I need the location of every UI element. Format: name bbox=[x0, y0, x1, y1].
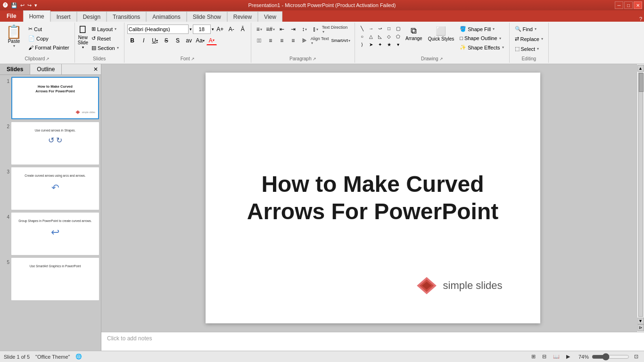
font-expand[interactable]: ↗ bbox=[191, 57, 195, 61]
align-left-button[interactable]: ⬤⃝ bbox=[254, 36, 264, 45]
shape-rt-triangle[interactable]: ◺ bbox=[376, 33, 384, 40]
redo-button[interactable]: ↪ bbox=[26, 2, 33, 8]
bold-button[interactable]: B bbox=[127, 36, 138, 45]
slide-thumb-5[interactable]: 5 Use SmartArt Graphics in PowerPoint bbox=[2, 258, 99, 300]
tab-slideshow[interactable]: Slide Show bbox=[187, 11, 227, 22]
align-text-button[interactable]: Align Text bbox=[311, 36, 329, 41]
save-button[interactable]: 💾 bbox=[10, 2, 18, 8]
format-painter-button[interactable]: 🖌 Format Painter bbox=[26, 43, 72, 52]
reset-button[interactable]: ↺ Reset bbox=[89, 34, 121, 43]
shape-connector[interactable]: ⤻ bbox=[376, 25, 384, 32]
case-button[interactable]: Aa▾ bbox=[195, 36, 206, 45]
new-slide-dropdown[interactable]: ▾ bbox=[82, 45, 84, 49]
scroll-down-button[interactable]: ▼ bbox=[637, 318, 644, 324]
slide-thumb-4[interactable]: 4 Group Shapes in PowerPoint to create c… bbox=[2, 213, 99, 255]
slide-preview-3[interactable]: Create curved arrows using arcs and arro… bbox=[11, 167, 99, 210]
tab-slides[interactable]: Slides bbox=[0, 64, 30, 74]
paste-dropdown[interactable]: ▾ bbox=[13, 44, 15, 48]
slide-thumb-3[interactable]: 3 Create curved arrows using arcs and ar… bbox=[2, 167, 99, 210]
slide-preview-5[interactable]: Use SmartArt Graphics in PowerPoint bbox=[11, 258, 99, 300]
panel-close-button[interactable]: ✕ bbox=[91, 64, 101, 74]
underline-button[interactable]: U▾ bbox=[150, 36, 160, 45]
normal-view-button[interactable]: ⊞ bbox=[529, 353, 537, 361]
shape-diamond[interactable]: ◇ bbox=[385, 33, 393, 40]
reading-view-button[interactable]: 📖 bbox=[551, 353, 561, 361]
tab-outline[interactable]: Outline bbox=[30, 64, 62, 74]
customize-button[interactable]: ▾ bbox=[33, 2, 38, 8]
shape-rect[interactable]: □ bbox=[385, 25, 393, 32]
strikethrough-button[interactable]: S bbox=[161, 36, 172, 45]
justify-button[interactable]: ≡ bbox=[288, 36, 298, 45]
shape-star5[interactable]: ★ bbox=[385, 41, 393, 48]
layout-dropdown[interactable]: ▾ bbox=[115, 27, 116, 31]
font-grow-button[interactable]: A+ bbox=[215, 25, 225, 34]
layout-button[interactable]: ⊞ Layout ▾ bbox=[89, 25, 121, 33]
tab-insert[interactable]: Insert bbox=[50, 11, 77, 22]
tab-view[interactable]: View bbox=[258, 11, 282, 22]
shape-arrow-line[interactable]: → bbox=[367, 25, 375, 32]
drawing-expand[interactable]: ↗ bbox=[439, 57, 443, 61]
font-size-dropdown[interactable]: ▾ bbox=[212, 27, 214, 32]
line-spacing-button[interactable]: ↕▾ bbox=[299, 25, 310, 34]
italic-button[interactable]: I bbox=[139, 36, 149, 45]
scroll-up-button[interactable]: ▲ bbox=[637, 65, 644, 72]
shape-triangle[interactable]: △ bbox=[367, 33, 375, 40]
tab-file[interactable]: File bbox=[0, 10, 23, 22]
notes-area[interactable]: Click to add notes bbox=[101, 332, 644, 351]
slide-thumb-1[interactable]: 1 How to Make CurvedArrows For PowerPoin… bbox=[2, 77, 99, 119]
slide-thumb-2[interactable]: 2 Use curved arrows in Shapes. ↺ ↻ bbox=[2, 122, 99, 165]
convert-smartart-button[interactable]: SmartArt▾ bbox=[330, 36, 352, 45]
minimize-button[interactable]: ─ bbox=[615, 1, 623, 9]
shape-rounded[interactable]: ▢ bbox=[394, 25, 402, 32]
font-family-input[interactable] bbox=[127, 25, 189, 34]
numbered-list-button[interactable]: ≡#▾ bbox=[265, 25, 276, 34]
slideshow-button[interactable]: ▶ bbox=[564, 353, 572, 361]
shape-pentagon[interactable]: ⬠ bbox=[394, 33, 402, 40]
clear-format-button[interactable]: Ā bbox=[238, 25, 248, 34]
tab-transitions[interactable]: Transitions bbox=[107, 11, 146, 22]
font-color-button[interactable]: A▾ bbox=[206, 36, 217, 45]
paste-button[interactable]: 📋 Paste ▾ bbox=[3, 25, 25, 49]
tab-animations[interactable]: Animations bbox=[146, 11, 186, 22]
align-columns-button[interactable]: ⫸ bbox=[299, 36, 310, 45]
indent-decrease-button[interactable]: ⇤ bbox=[277, 25, 287, 34]
zoom-slider[interactable] bbox=[592, 354, 629, 360]
select-button[interactable]: ⬚ Select ▾ bbox=[512, 44, 542, 53]
align-text-dropdown[interactable]: ▾ bbox=[311, 41, 329, 45]
align-center-button[interactable]: ≡ bbox=[265, 36, 276, 45]
tab-home[interactable]: Home bbox=[23, 10, 50, 22]
clipboard-expand[interactable]: ↗ bbox=[46, 57, 50, 61]
help-button[interactable]: ? bbox=[639, 16, 642, 22]
align-right-button[interactable]: ≡ bbox=[277, 36, 287, 45]
replace-button[interactable]: ⇄ Replace ▾ bbox=[512, 34, 545, 43]
char-spacing-button[interactable]: av bbox=[184, 36, 194, 45]
bullets-button[interactable]: ≡▾ bbox=[254, 25, 264, 34]
close-button[interactable]: ✕ bbox=[634, 1, 642, 9]
main-slide-canvas[interactable]: How to Make CurvedArrows For PowerPoint … bbox=[206, 73, 540, 323]
slide-main-title[interactable]: How to Make CurvedArrows For PowerPoint bbox=[219, 161, 527, 234]
tab-design[interactable]: Design bbox=[77, 11, 107, 22]
copy-button[interactable]: 📄 Copy bbox=[26, 34, 72, 43]
new-slide-button[interactable]: 🗌 NewSlide ▾ bbox=[78, 25, 88, 49]
arrange-button[interactable]: ⧉ Arrange bbox=[403, 25, 425, 42]
restore-button[interactable]: □ bbox=[624, 1, 633, 9]
slide-preview-1[interactable]: How to Make CurvedArrows For PowerPoint … bbox=[11, 77, 99, 119]
font-size-input[interactable] bbox=[193, 25, 211, 34]
slide-preview-4[interactable]: Group Shapes in PowerPoint to create cur… bbox=[11, 213, 99, 255]
font-dropdown[interactable]: ▾ bbox=[190, 27, 192, 32]
shape-star4[interactable]: ✦ bbox=[376, 41, 384, 48]
shape-line[interactable]: ╲ bbox=[358, 25, 366, 32]
columns-button[interactable]: ⫿▾ bbox=[311, 25, 321, 34]
slide-sorter-button[interactable]: ⊟ bbox=[540, 353, 548, 361]
section-button[interactable]: ▤ Section ▾ bbox=[89, 43, 121, 52]
find-button[interactable]: 🔍 Find ▾ bbox=[512, 25, 539, 33]
paragraph-expand[interactable]: ↗ bbox=[313, 57, 316, 61]
text-direction-button[interactable]: Text Direction bbox=[322, 25, 348, 30]
quick-styles-button[interactable]: ⬜ Quick Styles bbox=[426, 25, 457, 43]
tab-review[interactable]: Review bbox=[227, 11, 258, 22]
slide-preview-2[interactable]: Use curved arrows in Shapes. ↺ ↻ bbox=[11, 122, 99, 165]
scroll-prev-next[interactable]: ⊳ bbox=[637, 324, 644, 331]
shadow-button[interactable]: S bbox=[173, 36, 183, 45]
zoom-fit-button[interactable]: ⊡ bbox=[632, 353, 640, 361]
shape-fill-button[interactable]: 🪣 Shape Fill ▾ bbox=[457, 25, 506, 33]
